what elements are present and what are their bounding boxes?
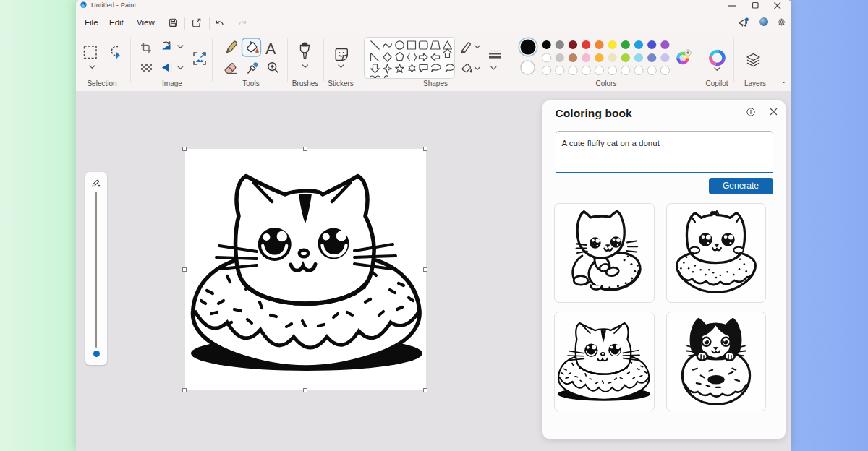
svg-text:A: A bbox=[265, 40, 276, 58]
